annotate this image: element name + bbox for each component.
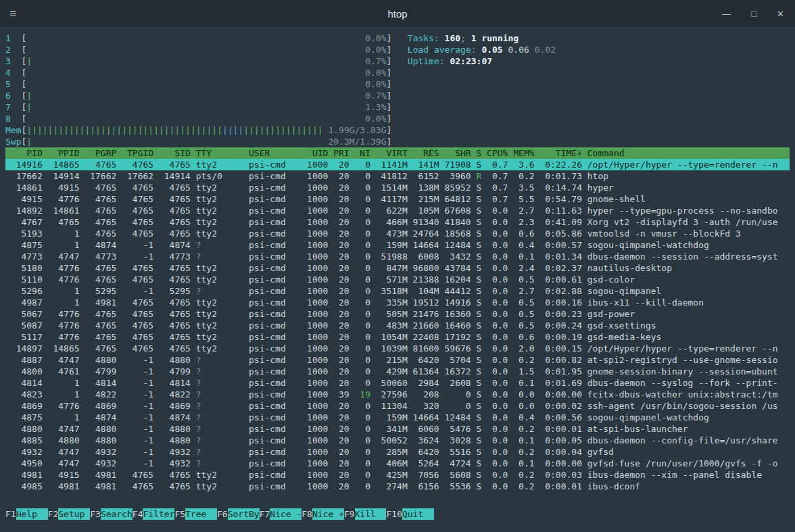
load-average-line: Load average: 0.05 0.06 0.02: [408, 44, 556, 55]
column-header-tty[interactable]: TTY: [191, 147, 243, 159]
column-header-time[interactable]: TIME+: [535, 147, 582, 159]
process-row[interactable]: 488047474880-14880?psi-cmd1000200341M606…: [5, 423, 790, 435]
uptime-value: 02:23:07: [450, 56, 492, 66]
maximize-button[interactable]: □: [751, 9, 756, 19]
process-row[interactable]: 477347474773-14773?psi-cmd10002005198860…: [5, 251, 790, 262]
process-row[interactable]: 49854981498147654765tty2psi-cmd100020027…: [5, 481, 790, 492]
process-row[interactable]: 50674776476547654765tty2psi-cmd100020050…: [5, 308, 790, 320]
process-row[interactable]: 495047474932-14932?psi-cmd1000200406M526…: [5, 458, 790, 469]
swp-bar-segment: |: [26, 137, 32, 147]
fn-key: F5: [174, 508, 185, 520]
column-header-cpu[interactable]: CPU%: [481, 147, 508, 159]
fn-key: F2: [48, 508, 59, 520]
process-row[interactable]: 1766214914176621766214914pts/0psi-cmd100…: [5, 170, 790, 182]
column-header-command[interactable]: Command: [582, 147, 790, 159]
fn-key: F1: [5, 508, 16, 520]
cpu-meter-1: 1[0.0%]: [5, 32, 397, 44]
process-row[interactable]: 486947764869-14869?psi-cmd10002001130432…: [5, 400, 790, 412]
function-bar: F1HelpF2SetupF3SearchF4FilterF5TreeF6Sor…: [5, 508, 790, 520]
column-header-uid[interactable]: UID: [302, 147, 328, 159]
process-row[interactable]: 493247474932-14932?psi-cmd1000200285M642…: [5, 446, 790, 458]
process-row[interactable]: 481414814-14814?psi-cmd10002005006029842…: [5, 377, 790, 389]
fn-nice--button[interactable]: F7Nice -: [260, 508, 302, 520]
window-title: htop: [0, 8, 795, 20]
process-row[interactable]: 480047614799-14799?psi-cmd1000200429M613…: [5, 366, 790, 377]
mem-bar-segment: |||||||||||||||||||||||||||||||||||||: [26, 125, 222, 135]
minimize-button[interactable]: —: [722, 9, 731, 19]
swp-bar-segments: |: [26, 136, 32, 147]
close-button[interactable]: ✕: [777, 9, 784, 19]
column-header-ppid[interactable]: PPID: [43, 147, 80, 159]
fn-label: Tree: [185, 508, 217, 520]
fn-label: Setup: [58, 508, 90, 520]
fn-kill-button[interactable]: F9Kill: [344, 508, 387, 520]
fn-label: Quit: [402, 508, 434, 520]
process-table-header: PIDPPIDPGRPTPGIDSIDTTYUSERUIDPRINIVIRTRE…: [5, 147, 790, 159]
process-row[interactable]: 487514874-14874?psi-cmd1000200159M146641…: [5, 412, 790, 423]
column-header-shr[interactable]: SHR: [439, 147, 471, 159]
process-row[interactable]: 1489214861476547654765tty2psi-cmd1000200…: [5, 205, 790, 216]
column-header-tpgid[interactable]: TPGID: [116, 147, 153, 159]
tasks-label: Tasks:: [408, 33, 445, 43]
tasks-running-count: 1 running: [471, 33, 519, 43]
fn-label: Nice -: [270, 508, 302, 520]
process-row[interactable]: 487514874-14874?psi-cmd1000200159M146641…: [5, 239, 790, 251]
column-header-pgrp[interactable]: PGRP: [80, 147, 117, 159]
process-row[interactable]: 488548804880-14880?psi-cmd10002005005236…: [5, 435, 790, 446]
cpu-meter-2: 2[0.0%]: [5, 44, 397, 55]
process-row[interactable]: 529615295-15295?psi-cmd10002003518M104M4…: [5, 285, 790, 297]
uptime-line: Uptime: 02:23:07: [408, 55, 556, 67]
column-header-pid[interactable]: PID: [5, 147, 43, 159]
tasks-count: 160: [445, 33, 460, 43]
column-header-virt[interactable]: VIRT: [370, 147, 408, 159]
column-header-sid[interactable]: SID: [153, 147, 191, 159]
fn-key: F7: [260, 508, 270, 520]
column-header-res[interactable]: RES: [408, 147, 439, 159]
column-header-user[interactable]: USER: [243, 147, 302, 159]
process-row[interactable]: 51804776476547654765tty2psi-cmd100020084…: [5, 262, 790, 274]
process-row[interactable]: 51931476547654765tty2psi-cmd1000200473M2…: [5, 228, 790, 239]
column-header-pri[interactable]: PRI: [328, 147, 349, 159]
column-header-mem[interactable]: MEM%: [508, 147, 534, 159]
fn-label: SortBy: [228, 508, 260, 520]
process-row[interactable]: 51104776476547654765tty2psi-cmd100020057…: [5, 274, 790, 285]
process-row[interactable]: 148614915476547654765tty2psi-cmd10002001…: [5, 182, 790, 193]
fn-nice--button[interactable]: F8Nice +: [302, 508, 344, 520]
fn-sortby-button[interactable]: F6SortBy: [217, 508, 260, 520]
fn-search-button[interactable]: F3Search: [90, 508, 132, 520]
fn-label: Help: [16, 508, 48, 520]
process-row[interactable]: 47674765476547654765tty2psi-cmd100020046…: [5, 216, 790, 228]
meter-close-bracket: ]: [387, 124, 392, 136]
load-15min: 0.02: [535, 45, 556, 55]
mem-bar-segment: |||||||||||||||: [243, 125, 322, 135]
swap-meter: Swp[|20.3M/1.39G]: [5, 136, 397, 147]
process-row[interactable]: 49154776476547654765tty2psi-cmd100020041…: [5, 193, 790, 205]
column-header-ni[interactable]: NI: [350, 147, 370, 159]
window-controls: — □ ✕: [722, 9, 784, 19]
meter-close-bracket: ]: [387, 136, 392, 147]
tasks-separator: ;: [460, 33, 471, 43]
cpu-meter-4: 4[0.0%]: [5, 67, 397, 78]
fn-tree-button[interactable]: F5Tree: [174, 508, 217, 520]
fn-filter-button[interactable]: F4Filter: [132, 508, 175, 520]
fn-setup-button[interactable]: F2Setup: [48, 508, 91, 520]
mem-bar-segment: ||||: [222, 125, 243, 135]
meter-open-bracket: [: [21, 136, 26, 147]
fn-help-button[interactable]: F1Help: [5, 508, 48, 520]
process-row[interactable]: 482314822-14822?psi-cmd10003919275962080…: [5, 389, 790, 400]
fn-label: Kill: [355, 508, 387, 520]
cpu-meter-3: 3[|0.7%]: [5, 55, 397, 67]
cpu-meter-6: 6[|0.7%]: [5, 90, 397, 101]
process-row[interactable]: 50874776476547654765tty2psi-cmd100020048…: [5, 320, 790, 331]
column-header-s[interactable]: S: [471, 147, 482, 159]
fn-key: F3: [90, 508, 101, 520]
process-row[interactable]: 49814915498147654765tty2psi-cmd100020042…: [5, 469, 790, 481]
process-row[interactable]: 1489714865476547654765tty2psi-cmd1000200…: [5, 343, 790, 354]
load-average-label: Load average:: [408, 45, 482, 55]
process-row[interactable]: 488747474880-14880?psi-cmd1000200215M642…: [5, 354, 790, 366]
fn-quit-button[interactable]: F10Quit: [386, 508, 433, 520]
meter-open-bracket: [: [21, 124, 26, 136]
process-row[interactable]: 49871498147654765tty2psi-cmd1000200335M1…: [5, 297, 790, 308]
process-row[interactable]: 51174776476547654765tty2psi-cmd100020010…: [5, 331, 790, 343]
process-row-selected[interactable]: 1491614865476547654765tty2psi-cmd1000200…: [5, 159, 790, 170]
